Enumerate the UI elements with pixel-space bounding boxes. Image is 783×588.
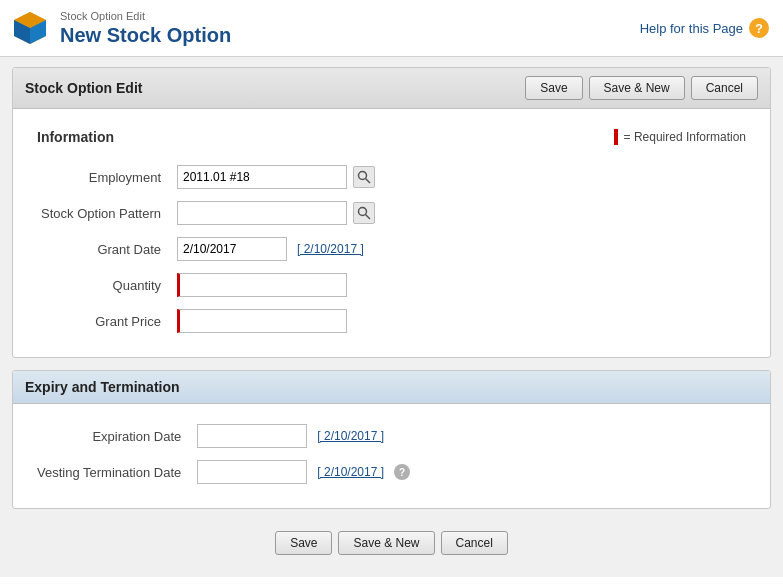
help-link[interactable]: Help for this Page ? xyxy=(640,18,769,38)
information-form-table: Information = Required Information Emp xyxy=(29,123,754,339)
bottom-save-button[interactable]: Save xyxy=(275,531,332,555)
grant-price-label: Grant Price xyxy=(29,303,169,339)
header-subtitle: Stock Option Edit xyxy=(60,10,231,22)
expiry-termination-card: Expiry and Termination Expiration Date [… xyxy=(12,370,771,509)
quantity-input[interactable] xyxy=(177,273,347,297)
expiration-date-row: Expiration Date [ 2/10/2017 ] xyxy=(29,418,754,454)
stock-option-pattern-field xyxy=(177,201,746,225)
information-title: Information xyxy=(37,129,114,145)
quantity-label: Quantity xyxy=(29,267,169,303)
lookup-icon-2 xyxy=(357,206,371,220)
top-save-button[interactable]: Save xyxy=(525,76,582,100)
expiration-date-field: [ 2/10/2017 ] xyxy=(197,424,746,448)
vesting-term-date-link[interactable]: [ 2/10/2017 ] xyxy=(317,465,384,479)
stock-option-edit-card-header: Stock Option Edit Save Save & New Cancel xyxy=(13,68,770,109)
app-icon xyxy=(10,8,50,48)
grant-date-field-cell: [ 2/10/2017 ] xyxy=(169,231,754,267)
expiry-card-title: Expiry and Termination xyxy=(25,379,180,395)
card-header-actions: Save Save & New Cancel xyxy=(525,76,758,100)
expiration-date-input[interactable] xyxy=(197,424,307,448)
svg-point-6 xyxy=(359,208,367,216)
svg-point-4 xyxy=(359,172,367,180)
information-section: Information = Required Information Emp xyxy=(13,109,770,357)
help-icon: ? xyxy=(749,18,769,38)
grant-date-link[interactable]: [ 2/10/2017 ] xyxy=(297,242,364,256)
grant-price-input[interactable] xyxy=(177,309,347,333)
employment-lookup-button[interactable] xyxy=(353,166,375,188)
vesting-term-date-label: Vesting Termination Date xyxy=(29,454,189,490)
stock-option-pattern-input[interactable] xyxy=(177,201,347,225)
employment-row: Employment xyxy=(29,159,754,195)
expiration-date-label: Expiration Date xyxy=(29,418,189,454)
header-title: New Stock Option xyxy=(60,24,231,47)
expiration-date-field-cell: [ 2/10/2017 ] xyxy=(189,418,754,454)
svg-line-5 xyxy=(366,179,371,184)
required-info: = Required Information xyxy=(614,129,746,145)
expiry-card-header: Expiry and Termination xyxy=(13,371,770,404)
page-header: Stock Option Edit New Stock Option Help … xyxy=(0,0,783,57)
required-bar xyxy=(614,129,618,145)
grant-date-label: Grant Date xyxy=(29,231,169,267)
bottom-save-new-button[interactable]: Save & New xyxy=(338,531,434,555)
main-content: Stock Option Edit Save Save & New Cancel… xyxy=(0,57,783,577)
employment-field-cell xyxy=(169,159,754,195)
header-left: Stock Option Edit New Stock Option xyxy=(10,8,231,48)
stock-option-edit-card: Stock Option Edit Save Save & New Cancel… xyxy=(12,67,771,358)
employment-input[interactable] xyxy=(177,165,347,189)
expiry-form-table: Expiration Date [ 2/10/2017 ] Vesting Te… xyxy=(29,418,754,490)
help-link-label: Help for this Page xyxy=(640,21,743,36)
grant-date-row: Grant Date [ 2/10/2017 ] xyxy=(29,231,754,267)
top-save-new-button[interactable]: Save & New xyxy=(589,76,685,100)
vesting-info-icon[interactable]: ? xyxy=(394,464,410,480)
expiration-date-link[interactable]: [ 2/10/2017 ] xyxy=(317,429,384,443)
quantity-field-cell xyxy=(169,267,754,303)
stock-option-pattern-lookup-button[interactable] xyxy=(353,202,375,224)
required-label: = Required Information xyxy=(624,130,746,144)
employment-field xyxy=(177,165,746,189)
quantity-field xyxy=(177,273,746,297)
quantity-row: Quantity xyxy=(29,267,754,303)
header-title-group: Stock Option Edit New Stock Option xyxy=(60,10,231,47)
vesting-term-date-row: Vesting Termination Date [ 2/10/2017 ] ? xyxy=(29,454,754,490)
stock-option-pattern-label: Stock Option Pattern xyxy=(29,195,169,231)
grant-price-row: Grant Price xyxy=(29,303,754,339)
lookup-icon xyxy=(357,170,371,184)
top-cancel-button[interactable]: Cancel xyxy=(691,76,758,100)
bottom-cancel-button[interactable]: Cancel xyxy=(441,531,508,555)
svg-line-7 xyxy=(366,215,371,220)
card-header-title: Stock Option Edit xyxy=(25,80,142,96)
expiry-card-body: Expiration Date [ 2/10/2017 ] Vesting Te… xyxy=(13,404,770,508)
stock-option-pattern-field-cell xyxy=(169,195,754,231)
grant-date-input[interactable] xyxy=(177,237,287,261)
bottom-buttons: Save Save & New Cancel xyxy=(12,521,771,559)
vesting-term-date-field: [ 2/10/2017 ] ? xyxy=(197,460,746,484)
grant-price-field-cell xyxy=(169,303,754,339)
vesting-term-date-input[interactable] xyxy=(197,460,307,484)
stock-option-pattern-row: Stock Option Pattern xyxy=(29,195,754,231)
employment-label: Employment xyxy=(29,159,169,195)
grant-date-field: [ 2/10/2017 ] xyxy=(177,237,746,261)
grant-price-field xyxy=(177,309,746,333)
vesting-term-date-field-cell: [ 2/10/2017 ] ? xyxy=(189,454,754,490)
